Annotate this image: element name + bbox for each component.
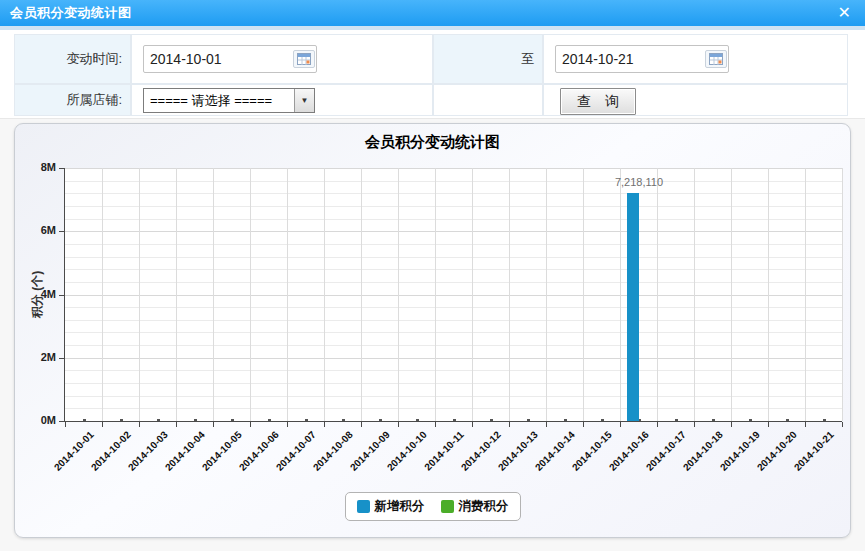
legend-swatch — [441, 500, 454, 513]
gridline-minor — [65, 193, 842, 194]
x-axis-tick — [472, 422, 473, 427]
gridline-minor — [65, 320, 842, 321]
gridline-vertical — [694, 168, 695, 421]
gridline-minor — [65, 332, 842, 333]
x-axis-minor-mark — [564, 419, 567, 421]
y-axis-tick — [59, 358, 64, 359]
x-axis-tick — [620, 422, 621, 427]
calendar-glyph — [297, 53, 311, 65]
x-axis-minor-mark — [675, 419, 678, 421]
x-axis-tick — [361, 422, 362, 427]
dialog-titlebar: 会员积分变动统计图 ✕ — [0, 0, 865, 26]
x-axis-tick — [583, 422, 584, 427]
gridline-minor — [65, 396, 842, 397]
gridline-major — [65, 231, 842, 232]
gridline-vertical — [472, 168, 473, 421]
x-axis-tick — [842, 422, 843, 427]
x-axis-minor-mark — [823, 419, 826, 421]
chevron-down-icon[interactable]: ▼ — [294, 89, 314, 112]
chart-legend: 新增积分消费积分 — [345, 492, 521, 521]
gridline-vertical — [842, 168, 843, 421]
chart-title: 会员积分变动统计图 — [15, 133, 850, 152]
calendar-icon[interactable] — [293, 50, 315, 68]
x-axis-minor-mark — [527, 419, 530, 421]
gridline-vertical — [509, 168, 510, 421]
gridline-vertical — [324, 168, 325, 421]
x-axis-minor-mark — [194, 419, 197, 421]
x-axis-tick — [213, 422, 214, 427]
x-axis-tick — [102, 422, 103, 427]
gridline-vertical — [213, 168, 214, 421]
x-axis-minor-mark — [231, 419, 234, 421]
legend-swatch — [357, 500, 370, 513]
x-axis-tick — [324, 422, 325, 427]
x-axis-tick — [768, 422, 769, 427]
legend-item: 消费积分 — [441, 498, 509, 515]
gridline-vertical — [731, 168, 732, 421]
gridline-vertical — [546, 168, 547, 421]
gridline-major — [65, 168, 842, 169]
query-button[interactable]: 查 询 — [560, 88, 636, 115]
date-from-input[interactable] — [143, 45, 317, 73]
calendar-glyph — [709, 53, 723, 65]
x-axis-minor-mark — [305, 419, 308, 421]
x-axis-tick — [139, 422, 140, 427]
gridline-vertical — [805, 168, 806, 421]
dialog-title: 会员积分变动统计图 — [10, 0, 132, 26]
x-axis-tick — [435, 422, 436, 427]
y-axis-tick — [59, 421, 64, 422]
calendar-icon[interactable] — [705, 50, 727, 68]
gridline-vertical — [250, 168, 251, 421]
legend-label: 新增积分 — [375, 498, 425, 515]
statistics-dialog: 会员积分变动统计图 ✕ 变动时间: 至 所属店铺: === — [0, 0, 865, 551]
shop-label: 所属店铺: — [14, 84, 131, 116]
gridline-minor — [65, 244, 842, 245]
gridline-vertical — [435, 168, 436, 421]
gridline-minor — [65, 206, 842, 207]
gridline-minor — [65, 408, 842, 409]
date-to-input[interactable] — [555, 45, 729, 73]
y-tick-label: 6M — [14, 224, 56, 236]
date-to-label: 至 — [433, 34, 543, 84]
gridline-vertical — [139, 168, 140, 421]
y-axis-tick — [59, 295, 64, 296]
x-axis-minor-mark — [786, 419, 789, 421]
gridline-major — [65, 358, 842, 359]
x-axis-tick — [694, 422, 695, 427]
x-axis-minor-mark — [379, 419, 382, 421]
x-axis-minor-mark — [268, 419, 271, 421]
x-axis-tick — [805, 422, 806, 427]
gridline-minor — [65, 307, 842, 308]
close-icon[interactable]: ✕ — [838, 2, 851, 24]
x-axis-tick — [176, 422, 177, 427]
x-axis-minor-mark — [749, 419, 752, 421]
bar-value-label: 7,218,110 — [579, 176, 699, 188]
gridline-vertical — [768, 168, 769, 421]
y-tick-label: 2M — [14, 351, 56, 363]
bar[interactable] — [627, 193, 639, 421]
x-axis-minor-mark — [490, 419, 493, 421]
x-axis-minor-mark — [601, 419, 604, 421]
gridline-minor — [65, 370, 842, 371]
gridline-vertical — [361, 168, 362, 421]
chart-panel: 会员积分变动统计图 0M2M4M6M8M积分 (个)2014-10-012014… — [14, 123, 851, 538]
x-axis-minor-mark — [416, 419, 419, 421]
gridline-minor — [65, 282, 842, 283]
x-axis-tick — [65, 422, 66, 427]
x-axis-tick — [250, 422, 251, 427]
y-axis-tick — [59, 168, 64, 169]
gridline-major — [65, 295, 842, 296]
gridline-minor — [65, 383, 842, 384]
y-tick-label: 8M — [14, 161, 56, 173]
x-axis-tick — [657, 422, 658, 427]
gridline-vertical — [657, 168, 658, 421]
shop-select[interactable]: ===== 请选择 ===== ▼ — [143, 88, 315, 113]
x-axis-tick — [546, 422, 547, 427]
x-axis-minor-mark — [120, 419, 123, 421]
y-tick-label: 0M — [14, 414, 56, 426]
empty-cell — [433, 84, 543, 116]
x-axis-minor-mark — [157, 419, 160, 421]
x-axis-tick — [287, 422, 288, 427]
y-axis-title: 积分 (个) — [29, 254, 46, 334]
gridline-vertical — [620, 168, 621, 421]
